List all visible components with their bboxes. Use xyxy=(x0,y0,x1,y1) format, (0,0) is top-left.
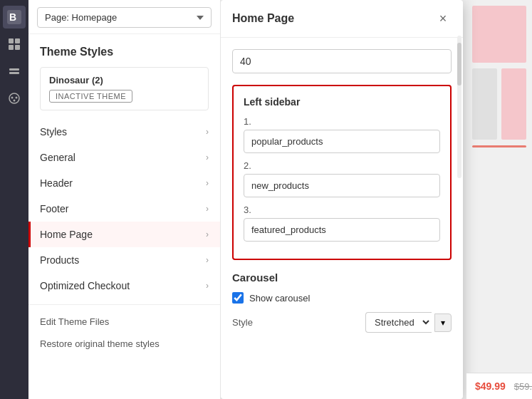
theme-panel: Page: HomepagePage: ProductPage: Categor… xyxy=(28,0,221,399)
dialog-title: Home Page xyxy=(232,12,294,25)
preview-block-1 xyxy=(472,68,497,140)
widget-input-3[interactable] xyxy=(244,218,440,242)
nav-divider xyxy=(28,304,220,305)
nav-item-homepage[interactable]: Home Page › xyxy=(28,222,220,247)
widget-number-1: 1. xyxy=(244,116,440,127)
widget-row-3: 3. xyxy=(244,204,440,242)
widget-number-3: 3. xyxy=(244,204,440,215)
nav-item-general[interactable]: General › xyxy=(28,145,220,170)
theme-block-name: Dinosaur (2) xyxy=(49,75,199,86)
logo-icon[interactable]: B xyxy=(3,6,26,28)
nav-item-styles[interactable]: Styles › xyxy=(28,119,220,145)
nav-item-header[interactable]: Header › xyxy=(28,170,220,196)
chevron-icon: › xyxy=(206,281,209,291)
preview-divider xyxy=(472,145,526,147)
widget-row-2: 2. xyxy=(244,160,440,197)
preview-background xyxy=(466,0,532,399)
svg-point-8 xyxy=(9,93,19,103)
chevron-icon: › xyxy=(206,152,209,162)
theme-nav: Styles › General › Header › Footer › Hom… xyxy=(28,119,220,399)
chevron-icon: › xyxy=(206,178,209,188)
chevron-icon: › xyxy=(206,255,209,265)
number-input[interactable] xyxy=(232,49,452,73)
svg-rect-5 xyxy=(15,45,20,50)
widget-row-1: 1. xyxy=(244,116,440,153)
style-label: Style xyxy=(232,317,253,328)
style-select[interactable]: Stretched xyxy=(365,312,432,333)
style-select-dropdown-btn[interactable]: ▾ xyxy=(434,314,452,332)
theme-panel-header: Page: HomepagePage: ProductPage: Categor… xyxy=(28,0,220,34)
svg-point-10 xyxy=(16,97,18,99)
app-sidebar: B xyxy=(0,0,28,399)
product-original-price: $59.99 xyxy=(514,381,532,392)
layers-icon[interactable] xyxy=(3,60,26,83)
svg-text:B: B xyxy=(9,11,16,23)
svg-point-9 xyxy=(11,97,14,99)
show-carousel-row: Show carousel xyxy=(232,292,452,304)
nav-item-footer[interactable]: Footer › xyxy=(28,196,220,222)
svg-rect-4 xyxy=(9,45,14,50)
dialog-scrollbar-thumb xyxy=(457,43,461,86)
chevron-icon: › xyxy=(206,229,209,239)
widget-number-2: 2. xyxy=(244,160,440,171)
page-selector[interactable]: Page: HomepagePage: ProductPage: Categor… xyxy=(37,7,212,28)
dialog-scroll-content: Left sidebar 1. 2. 3. xyxy=(221,38,463,350)
preview-block-2 xyxy=(501,68,526,140)
show-carousel-label: Show carousel xyxy=(249,293,310,304)
preview-banner xyxy=(472,6,526,63)
style-select-wrapper: Stretched ▾ xyxy=(365,312,452,333)
svg-rect-2 xyxy=(9,38,14,43)
product-sale-price: $49.99 xyxy=(475,380,506,392)
product-preview-bar: $49.99 $59.99 ★★★★★ (5) xyxy=(466,373,532,399)
preview-grid xyxy=(466,68,532,140)
style-row: Style Stretched ▾ xyxy=(232,312,452,333)
theme-panel-title: Theme Styles xyxy=(28,34,220,67)
show-carousel-checkbox[interactable] xyxy=(232,292,244,304)
grid-icon[interactable] xyxy=(3,33,26,56)
dialog-scrollbar xyxy=(457,36,461,178)
carousel-title: Carousel xyxy=(232,271,452,284)
nav-item-checkout[interactable]: Optimized Checkout › xyxy=(28,273,220,299)
home-page-dialog: Home Page × Left sidebar 1. 2. xyxy=(221,0,463,399)
carousel-section: Carousel Show carousel Style Stretched ▾ xyxy=(232,271,452,338)
edit-theme-files-link[interactable]: Edit Theme Files xyxy=(28,311,220,333)
widget-input-2[interactable] xyxy=(244,174,440,197)
dialog-close-button[interactable]: × xyxy=(434,10,452,27)
nav-item-products[interactable]: Products › xyxy=(28,247,220,273)
palette-icon[interactable] xyxy=(3,87,26,110)
main-content: Home Page × Left sidebar 1. 2. xyxy=(221,0,532,399)
left-sidebar-section: Left sidebar 1. 2. 3. xyxy=(232,85,452,260)
svg-rect-6 xyxy=(9,68,19,71)
widget-input-1[interactable] xyxy=(244,130,440,153)
left-sidebar-title: Left sidebar xyxy=(244,96,440,108)
chevron-icon: › xyxy=(206,204,209,214)
inactive-badge: INACTIVE THEME xyxy=(49,90,132,103)
svg-rect-3 xyxy=(15,38,20,43)
restore-styles-link[interactable]: Restore original theme styles xyxy=(28,333,220,355)
svg-rect-7 xyxy=(9,72,19,74)
dialog-header: Home Page × xyxy=(221,0,463,38)
theme-block: Dinosaur (2) INACTIVE THEME xyxy=(40,67,209,110)
chevron-icon: › xyxy=(206,127,209,137)
dialog-body[interactable]: Left sidebar 1. 2. 3. xyxy=(221,38,463,399)
svg-point-11 xyxy=(14,100,16,102)
number-input-row xyxy=(232,49,452,73)
